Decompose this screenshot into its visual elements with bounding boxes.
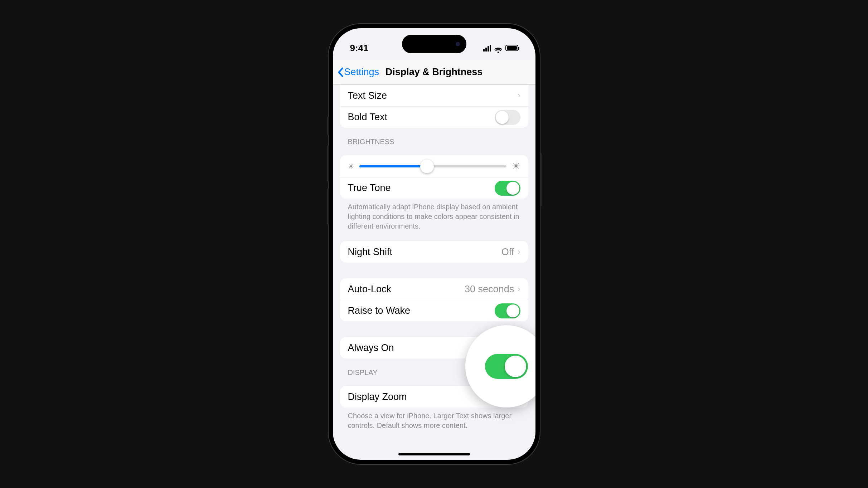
night-shift-group: Night Shift Off › (340, 241, 528, 263)
brightness-slider[interactable] (359, 165, 506, 167)
header-brightness: BRIGHTNESS (340, 128, 528, 150)
value-auto-lock: 30 seconds (465, 284, 514, 295)
toggle-bold-text[interactable] (495, 110, 520, 125)
status-time: 9:41 (350, 43, 369, 54)
back-label: Settings (344, 67, 379, 78)
battery-icon (505, 45, 518, 51)
label-night-shift: Night Shift (348, 247, 393, 258)
label-auto-lock: Auto-Lock (348, 284, 392, 295)
nav-bar: Settings Display & Brightness (333, 60, 535, 85)
iphone-frame: 9:41 Settings Display & Brightness Text … (329, 24, 540, 464)
label-text-size: Text Size (348, 90, 387, 101)
wifi-icon (494, 45, 503, 51)
chevron-right-icon: › (518, 91, 520, 100)
callout-toggle-always-on (485, 354, 528, 379)
row-night-shift[interactable]: Night Shift Off › (340, 241, 528, 263)
back-button[interactable]: Settings (337, 67, 379, 78)
chevron-left-icon (337, 67, 344, 77)
sun-max-icon: ☀︎ (511, 160, 520, 172)
label-always-on: Always On (348, 342, 394, 353)
chevron-right-icon: › (518, 247, 520, 257)
text-group: Text Size › Bold Text (340, 85, 528, 128)
screen: 9:41 Settings Display & Brightness Text … (333, 28, 535, 460)
cellular-icon (483, 45, 491, 52)
label-true-tone: True Tone (348, 182, 391, 194)
value-night-shift: Off (501, 247, 514, 258)
row-auto-lock[interactable]: Auto-Lock 30 seconds › (340, 278, 528, 300)
footer-display-zoom: Choose a view for iPhone. Larger Text sh… (340, 408, 528, 430)
lock-group: Auto-Lock 30 seconds › Raise to Wake (340, 278, 528, 321)
row-bold-text[interactable]: Bold Text (340, 106, 528, 128)
label-bold-text: Bold Text (348, 112, 388, 123)
row-brightness-slider: ☀︎ ☀︎ (340, 155, 528, 177)
label-display-zoom: Display Zoom (348, 391, 407, 402)
toggle-raise-to-wake[interactable] (495, 303, 520, 318)
footer-true-tone: Automatically adapt iPhone display based… (340, 199, 528, 231)
row-text-size[interactable]: Text Size › (340, 85, 528, 106)
dynamic-island (402, 35, 466, 53)
home-indicator[interactable] (398, 453, 470, 455)
toggle-true-tone[interactable] (495, 181, 520, 196)
label-raise-to-wake: Raise to Wake (348, 305, 411, 316)
row-raise-to-wake[interactable]: Raise to Wake (340, 300, 528, 321)
brightness-group: ☀︎ ☀︎ True Tone (340, 155, 528, 199)
sun-min-icon: ☀︎ (348, 162, 354, 171)
row-true-tone[interactable]: True Tone (340, 177, 528, 199)
chevron-right-icon: › (518, 284, 520, 294)
